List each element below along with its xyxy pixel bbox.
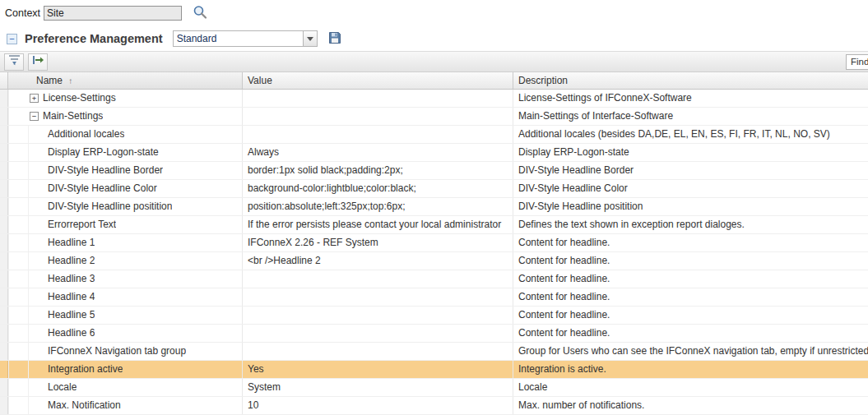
pref-value-cell — [243, 270, 513, 288]
search-button[interactable] — [190, 4, 210, 22]
tree-indent — [28, 216, 48, 233]
pref-name: Headline 6 — [48, 325, 95, 342]
row-gutter — [0, 90, 8, 107]
pref-description-cell: Content for headline. — [513, 234, 868, 251]
tree-indent — [8, 252, 28, 270]
pref-name-cell: DIV-Style Headline Border — [8, 162, 243, 179]
pref-value-cell: If the error persists please contact you… — [243, 216, 513, 233]
sort-asc-icon: ↑ — [68, 76, 72, 85]
row-gutter — [0, 126, 8, 143]
tree-indent — [8, 234, 28, 251]
column-description-label: Description — [518, 75, 568, 86]
save-button[interactable] — [326, 30, 344, 48]
pref-description-cell: Locale — [513, 379, 868, 396]
tree-indent — [8, 343, 28, 360]
row-gutter — [0, 343, 8, 360]
table-row[interactable]: Headline 6 Content for headline. — [0, 325, 868, 343]
row-gutter — [0, 307, 8, 324]
collapse-panel-icon[interactable]: − — [7, 34, 17, 44]
pref-name: DIV-Style Headline positition — [48, 198, 172, 215]
find-input[interactable]: Find i — [846, 54, 868, 70]
pref-value-cell: IFConneX 2.26 - REF System — [243, 234, 513, 251]
row-gutter — [0, 144, 8, 161]
table-row[interactable]: Headline 4 Content for headline. — [0, 288, 868, 307]
pref-description-cell: DIV-Style Headline positition — [513, 198, 868, 215]
pref-description-cell: Main-Settings of Interface-Software — [513, 108, 868, 125]
pref-value-cell — [243, 126, 513, 143]
pref-value-cell: System — [243, 379, 513, 396]
pref-name-cell: Errorreport Text — [8, 216, 243, 233]
tree-indent — [8, 288, 28, 306]
table-row[interactable]: −Main-Settings Main-Settings of Interfac… — [0, 108, 868, 126]
pref-name: Integration active — [48, 361, 123, 378]
tree-expand-icon[interactable]: + — [30, 94, 39, 103]
table-row[interactable]: DIV-Style Headline Color background-colo… — [0, 180, 868, 198]
table-row[interactable]: Headline 3 Content for headline. — [0, 270, 868, 288]
column-header-description[interactable]: Description — [513, 72, 868, 89]
pref-name: Additional locales — [48, 126, 124, 143]
table-row[interactable]: Display ERP-Logon-state Always Display E… — [0, 144, 868, 162]
row-gutter — [0, 325, 8, 342]
pref-name-cell: Headline 1 — [8, 234, 243, 251]
table-row[interactable]: +License-Settings License-Settings of IF… — [0, 90, 868, 108]
row-gutter — [0, 361, 8, 378]
pref-description-cell: Integration is active. — [513, 361, 868, 378]
pref-name-cell: IFConneX Navigation tab group — [8, 343, 243, 360]
pref-description-cell: Display ERP-Logon-state — [513, 144, 868, 161]
row-gutter — [0, 216, 8, 233]
tree-indent — [8, 307, 28, 324]
tree-indent — [8, 162, 28, 179]
tree-indent — [28, 325, 48, 342]
pref-name: Errorreport Text — [48, 216, 116, 233]
pref-description-cell: Group for Users who can see the IFConneX… — [513, 343, 868, 360]
tree-indent — [28, 361, 48, 378]
row-gutter — [0, 270, 8, 288]
pref-name: Headline 1 — [48, 234, 95, 251]
expand-columns-button[interactable] — [28, 53, 48, 71]
tree-indent — [8, 397, 28, 414]
pref-name-cell: Additional locales — [8, 126, 243, 143]
combo-dropdown-button[interactable] — [303, 30, 318, 47]
table-row[interactable]: Errorreport Text If the error persists p… — [0, 216, 868, 234]
tree-indent — [28, 397, 48, 414]
pref-value-cell: Always — [243, 144, 513, 161]
profile-combo-input[interactable] — [173, 30, 303, 47]
table-row[interactable]: DIV-Style Headline positition position:a… — [0, 198, 868, 216]
grid-header: Name ↑ Value Description — [0, 72, 868, 90]
pref-value-cell — [243, 108, 513, 125]
table-row[interactable]: Headline 5 Content for headline. — [0, 307, 868, 325]
table-row[interactable]: Max. Notification 10 Max. number of noti… — [0, 397, 868, 415]
table-row[interactable]: Headline 2 <br />Headline 2 Content for … — [0, 252, 868, 270]
table-row[interactable]: Locale System Locale — [0, 379, 868, 397]
pref-name-cell: Locale — [8, 379, 243, 396]
profile-combo — [173, 30, 318, 47]
pref-value-cell — [243, 325, 513, 342]
save-icon — [328, 35, 341, 47]
table-row[interactable]: DIV-Style Headline Border border:1px sol… — [0, 162, 868, 180]
pref-description-cell: License-Settings of IFConneX-Software — [513, 90, 868, 107]
pref-description-cell: Additional locales (besides DA,DE, EL, E… — [513, 126, 868, 143]
table-row[interactable]: Integration active Yes Integration is ac… — [0, 361, 868, 379]
tree-indent — [28, 343, 48, 360]
tree-indent — [8, 361, 28, 378]
column-header-name[interactable]: Name ↑ — [8, 72, 243, 89]
table-row[interactable]: IFConneX Navigation tab group Group for … — [0, 343, 868, 361]
pref-name-cell: Max. Notification — [8, 397, 243, 414]
tree-indent — [8, 198, 28, 215]
pref-value-cell — [243, 343, 513, 360]
tree-indent — [8, 270, 28, 288]
row-gutter — [0, 162, 8, 179]
column-header-value[interactable]: Value — [243, 72, 513, 89]
pref-name: Locale — [48, 379, 77, 396]
tree-indent — [28, 126, 48, 143]
pref-description-cell: DIV-Style Headline Border — [513, 162, 868, 179]
table-row[interactable]: Headline 1 IFConneX 2.26 - REF System Co… — [0, 234, 868, 252]
table-row[interactable]: Additional locales Additional locales (b… — [0, 126, 868, 144]
filter-settings-button[interactable] — [4, 53, 24, 71]
grid-toolbar: Find i — [0, 51, 868, 72]
tree-collapse-icon[interactable]: − — [30, 112, 39, 121]
header-gutter — [0, 72, 8, 89]
preference-management-app: Context − Preference Management — [0, 0, 868, 415]
context-input[interactable] — [44, 6, 182, 21]
pref-name: Display ERP-Logon-state — [48, 144, 159, 161]
